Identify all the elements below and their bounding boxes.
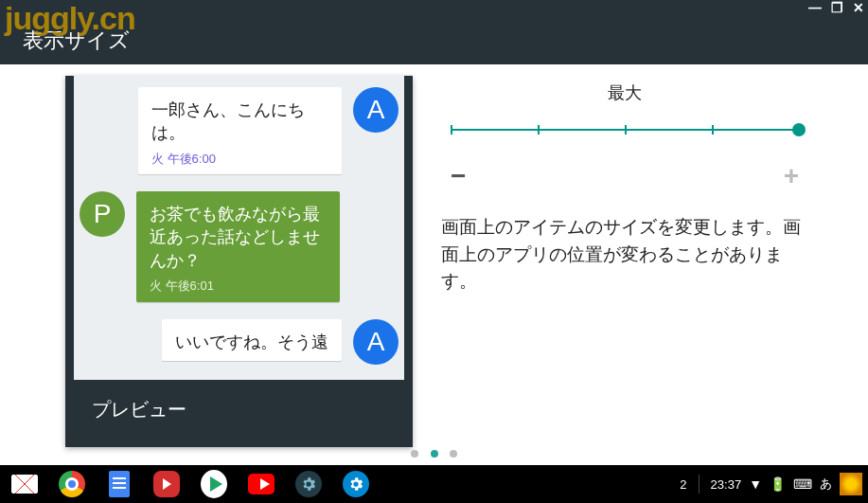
chat-text: 一郎さん、こんにちは。 — [151, 99, 328, 145]
page-title: 表示サイズ — [23, 27, 130, 55]
chat-text: お茶でも飲みながら最近あった話などしませんか？ — [150, 203, 327, 272]
decrease-button[interactable]: − — [451, 161, 466, 191]
ime-indicator[interactable]: あ — [820, 476, 832, 493]
avatar: A — [353, 319, 399, 365]
chat-timestamp: 火 午後6:01 — [150, 278, 327, 295]
settings-description: 画面上のアイテムのサイズを変更します。画面上のアプリの位置が変わることがあります… — [441, 214, 808, 296]
page-dot[interactable] — [450, 450, 457, 458]
slider-tick — [625, 125, 627, 135]
system-tray[interactable]: 2 23:37 ▼ 🔋 ⌨ あ — [680, 473, 862, 495]
clock[interactable]: 23:37 — [711, 477, 742, 492]
youtube-kids-icon[interactable] — [153, 471, 180, 497]
settings-panel: 最大 − + 画面上のアイテムのサイズを変更します。画面上のアプリの位置が変わる… — [435, 81, 814, 296]
preview-label: プレビュー — [65, 380, 413, 440]
taskbar: 2 23:37 ▼ 🔋 ⌨ あ — [0, 465, 868, 503]
slider-tick — [712, 125, 714, 135]
slider-tick — [451, 125, 452, 135]
chat-message: 一郎さん、こんにちは。 火 午後6:00 A — [80, 87, 399, 174]
app-header: 表示サイズ — [0, 0, 868, 64]
youtube-icon[interactable] — [248, 471, 275, 497]
wifi-icon[interactable]: ▼ — [749, 476, 762, 492]
window-controls: — ❐ ✕ — [808, 0, 864, 15]
page-dot[interactable] — [411, 450, 418, 458]
play-store-icon[interactable] — [201, 471, 227, 497]
taskbar-apps — [6, 471, 369, 497]
content-area: 一郎さん、こんにちは。 火 午後6:00 A P お茶でも飲みながら最近あった話… — [0, 64, 868, 465]
gmail-icon[interactable] — [11, 471, 38, 497]
battery-icon[interactable]: 🔋 — [770, 476, 786, 492]
avatar: A — [353, 87, 399, 133]
page-indicator — [0, 444, 868, 461]
user-avatar-icon[interactable] — [840, 473, 862, 495]
chrome-icon[interactable] — [59, 471, 85, 497]
chat-message: P お茶でも飲みながら最近あった話などしませんか？ 火 午後6:01 — [80, 191, 399, 301]
restore-button[interactable]: ❐ — [831, 0, 843, 15]
docs-icon[interactable] — [106, 471, 133, 497]
tray-separator — [699, 475, 700, 494]
page-dot[interactable] — [431, 450, 438, 458]
close-button[interactable]: ✕ — [853, 0, 864, 15]
slider-buttons: − + — [451, 161, 799, 191]
slider-tick — [538, 125, 540, 135]
slider-thumb[interactable] — [792, 123, 806, 136]
minimize-button[interactable]: — — [808, 0, 822, 15]
chat-bubble: 一郎さん、こんにちは。 火 午後6:00 — [138, 87, 342, 174]
chat-bubble: お茶でも飲みながら最近あった話などしませんか？ 火 午後6:01 — [136, 191, 340, 301]
increase-button: + — [784, 161, 799, 191]
slider-value-label: 最大 — [435, 81, 814, 104]
chat-text: いいですね。そう遠 — [175, 331, 328, 353]
notification-count[interactable]: 2 — [680, 477, 686, 492]
chat-message: いいですね。そう遠 A — [80, 319, 399, 365]
settings-blue-icon[interactable] — [343, 471, 369, 497]
avatar: P — [80, 191, 125, 237]
display-size-slider[interactable] — [451, 116, 799, 144]
chat-timestamp: 火 午後6:00 — [151, 151, 328, 168]
settings-dark-icon[interactable] — [295, 471, 322, 497]
chat-preview: 一郎さん、こんにちは。 火 午後6:00 A P お茶でも飲みながら最近あった話… — [74, 76, 404, 380]
chat-bubble: いいですね。そう遠 — [162, 319, 342, 361]
preview-card: 一郎さん、こんにちは。 火 午後6:00 A P お茶でも飲みながら最近あった話… — [65, 76, 413, 447]
keyboard-icon[interactable]: ⌨ — [793, 476, 812, 492]
